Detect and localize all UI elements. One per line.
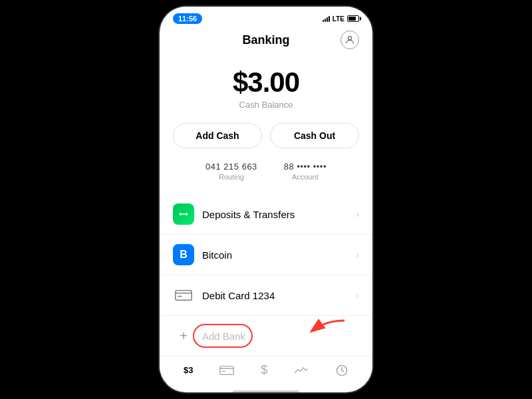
svg-point-0 (348, 37, 351, 40)
tab-activity[interactable] (294, 364, 309, 376)
person-icon (344, 35, 355, 45)
dollar-tab-icon: $ (261, 363, 267, 377)
arrow-annotation (306, 317, 346, 344)
balance-section: $3.00 Cash Balance (160, 56, 372, 123)
action-buttons: Add Cash Cash Out (160, 123, 372, 162)
signal-bars-icon (323, 15, 330, 22)
home-indicator (160, 381, 372, 392)
bitcoin-b-icon: B (180, 249, 188, 261)
tab-balance[interactable]: $3 (184, 365, 193, 375)
phone-frame: 11:56 LTE Banking $3.00 Cash Bal (160, 7, 372, 392)
transfers-icon (178, 208, 190, 220)
svg-rect-1 (176, 291, 192, 301)
account-field: 88 •••• •••• Account (284, 162, 327, 181)
battery-fill (348, 17, 356, 21)
deposits-icon (173, 203, 194, 225)
svg-rect-5 (220, 366, 234, 374)
add-bank-oval-annotation (193, 324, 253, 348)
tab-clock[interactable] (335, 364, 348, 377)
status-icons: LTE (323, 15, 359, 23)
tab-dollar[interactable]: $ (261, 363, 267, 377)
deposits-menu-item[interactable]: Deposits & Transfers › (160, 194, 372, 235)
page-title: Banking (242, 33, 289, 47)
account-number-value: 88 •••• •••• (284, 162, 327, 172)
card-tab-icon (219, 364, 234, 376)
debit-card-menu-item[interactable]: Debit Card 1234 › (160, 275, 372, 316)
status-bar: 11:56 LTE (160, 7, 372, 27)
deposits-chevron-icon: › (356, 209, 359, 219)
balance-tab-icon: $3 (184, 365, 193, 375)
add-bank-plus-icon: + (173, 325, 194, 346)
tab-bar: $3 $ (160, 356, 372, 381)
clock-tab-icon (335, 364, 348, 377)
battery-icon (347, 15, 359, 22)
debit-card-label: Debit Card 1234 (202, 290, 348, 301)
account-label: Account (284, 173, 327, 181)
debit-card-icon (173, 285, 194, 306)
routing-value: 041 215 663 (205, 162, 257, 172)
bitcoin-menu-item[interactable]: B Bitcoin › (160, 235, 372, 275)
red-arrow-icon (306, 317, 346, 341)
lte-label: LTE (332, 15, 344, 23)
tab-card[interactable] (219, 364, 234, 376)
debit-chevron-icon: › (356, 290, 359, 301)
bitcoin-label: Bitcoin (202, 249, 348, 261)
balance-label: Cash Balance (160, 100, 372, 110)
routing-label: Routing (205, 173, 257, 181)
home-bar (233, 390, 299, 392)
account-info: 041 215 663 Routing 88 •••• •••• Account (160, 162, 372, 194)
card-icon (175, 289, 192, 302)
menu-list: Deposits & Transfers › B Bitcoin › Debit… (160, 194, 372, 356)
routing-field: 041 215 663 Routing (205, 162, 257, 181)
bitcoin-chevron-icon: › (356, 249, 359, 260)
bitcoin-icon-bg: B (173, 244, 194, 265)
add-bank-row[interactable]: + Add Bank (160, 316, 372, 356)
deposits-label: Deposits & Transfers (202, 209, 348, 220)
cash-out-button[interactable]: Cash Out (270, 123, 359, 148)
add-cash-button[interactable]: Add Cash (173, 123, 262, 148)
header: Banking (160, 27, 372, 56)
status-time: 11:56 (173, 13, 202, 24)
balance-amount: $3.00 (160, 66, 372, 98)
profile-button[interactable] (340, 31, 359, 49)
activity-tab-icon (294, 364, 309, 376)
